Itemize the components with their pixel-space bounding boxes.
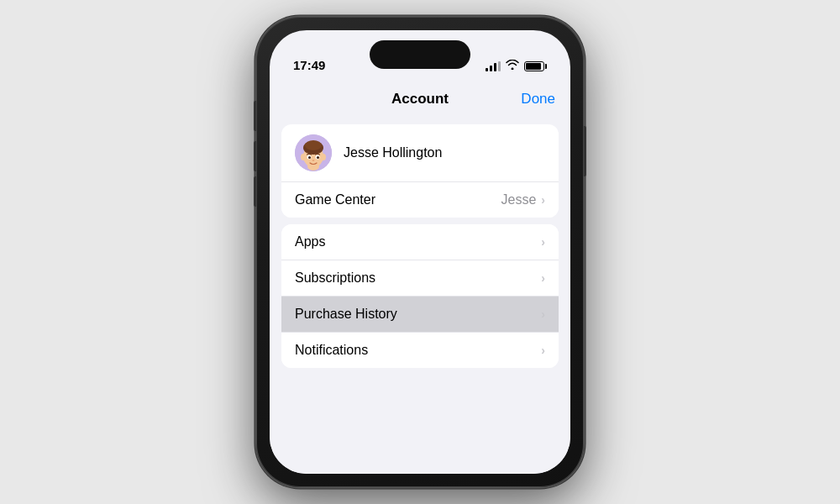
subscriptions-row[interactable]: Subscriptions › [281, 260, 559, 296]
signal-icon [486, 61, 501, 71]
game-center-value: Jesse [501, 192, 537, 207]
sheet-header: Account Done [270, 77, 570, 118]
svg-point-4 [305, 140, 322, 150]
phone-wrapper: 17:49 [256, 17, 584, 487]
phone-screen: 17:49 [270, 30, 570, 474]
apps-label: Apps [295, 234, 541, 249]
game-center-label: Game Center [295, 192, 501, 207]
purchase-history-row[interactable]: Purchase History › [281, 296, 559, 332]
done-button[interactable]: Done [521, 91, 555, 108]
svg-point-5 [301, 154, 306, 160]
sheet-title: Account [391, 91, 449, 108]
notifications-chevron: › [541, 344, 545, 357]
profile-name: Jesse Hollington [344, 145, 442, 160]
svg-point-9 [308, 156, 311, 159]
wifi-icon [506, 60, 519, 72]
battery-icon [524, 61, 547, 71]
menu-section: Apps › Subscriptions › Purchase History … [281, 224, 559, 368]
dynamic-island [370, 40, 470, 69]
subscriptions-label: Subscriptions [295, 270, 541, 286]
account-sheet: Account Done [270, 77, 570, 474]
svg-point-10 [317, 156, 319, 159]
notifications-label: Notifications [295, 343, 541, 358]
game-center-row[interactable]: Game Center Jesse › [281, 182, 559, 218]
subscriptions-chevron: › [541, 271, 545, 285]
svg-point-6 [321, 154, 326, 160]
purchase-history-label: Purchase History [295, 307, 541, 322]
purchase-history-chevron: › [541, 307, 545, 321]
svg-point-11 [312, 160, 315, 161]
avatar [295, 134, 332, 171]
phone-frame: 17:49 [256, 17, 584, 487]
profile-row[interactable]: Jesse Hollington [281, 124, 559, 182]
apps-chevron: › [541, 235, 545, 249]
notifications-row[interactable]: Notifications › [281, 332, 559, 368]
apps-row[interactable]: Apps › [281, 224, 559, 260]
status-icons [486, 60, 547, 72]
profile-section: Jesse Hollington Game Center Jesse › [281, 124, 559, 218]
game-center-chevron: › [541, 193, 545, 207]
